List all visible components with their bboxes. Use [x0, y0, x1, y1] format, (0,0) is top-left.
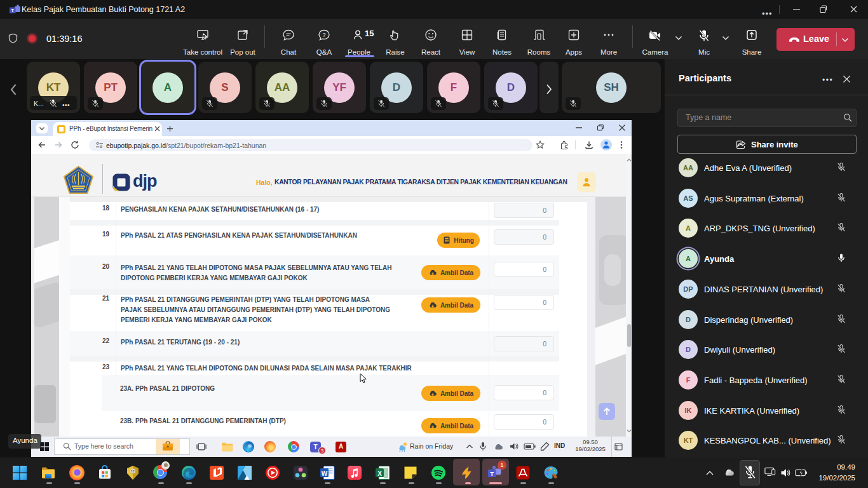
svg-text:T: T	[11, 8, 14, 13]
svg-text:?: ?	[322, 32, 325, 38]
svg-text:W: W	[322, 470, 328, 477]
svg-text:X: X	[377, 470, 382, 477]
svg-text:T: T	[490, 470, 494, 477]
